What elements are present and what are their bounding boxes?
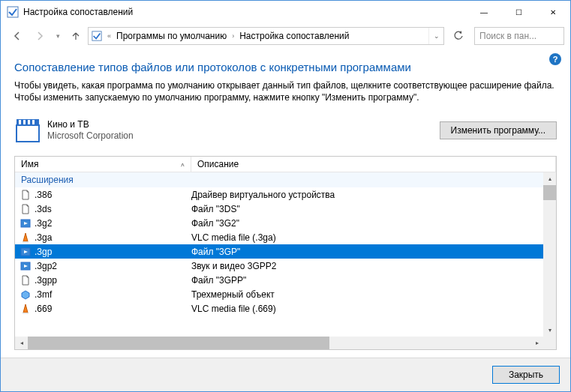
- breadcrumb[interactable]: « Программы по умолчанию › Настройка соп…: [88, 27, 444, 45]
- svg-rect-12: [23, 313, 29, 314]
- table-row[interactable]: .386Драйвер виртуального устройства: [15, 187, 543, 202]
- nav-bar: ▾ « Программы по умолчанию › Настройка с…: [1, 23, 570, 49]
- table-row[interactable]: .3gaVLC media file (.3ga): [15, 230, 543, 244]
- page-description: Чтобы увидеть, какая программа по умолча…: [14, 79, 557, 103]
- scroll-up-button[interactable]: ▴: [543, 172, 556, 185]
- chevron-right-icon: «: [105, 32, 113, 40]
- extension-description: Драйвер виртуального устройства: [191, 190, 543, 200]
- help-icon[interactable]: ?: [549, 53, 561, 65]
- breadcrumb-item[interactable]: Программы по умолчанию: [113, 28, 230, 44]
- breadcrumb-item[interactable]: Настройка сопоставлений: [236, 28, 352, 44]
- extension-name: .3gpp: [35, 275, 57, 286]
- default-app-panel: Кино и ТВ Microsoft Corporation Изменить…: [14, 114, 557, 147]
- scroll-right-button[interactable]: ▸: [530, 337, 543, 349]
- extension-name: .3g2: [35, 218, 52, 229]
- recent-dropdown[interactable]: ▾: [52, 26, 64, 46]
- extension-description: VLC media file (.3ga): [191, 232, 543, 243]
- extension-description: Трехмерный объект: [191, 289, 543, 300]
- back-button[interactable]: [7, 26, 28, 46]
- extension-description: Файл "3GPP": [191, 275, 543, 286]
- minimize-button[interactable]: —: [467, 1, 501, 23]
- file-type-icon: [20, 189, 32, 201]
- chevron-right-icon: ›: [230, 32, 236, 40]
- table-row[interactable]: .3gpФайл "3GP": [15, 244, 543, 259]
- file-associations-list: Имяʌ Описание Расширения.386Драйвер вирт…: [14, 156, 557, 350]
- svg-rect-5: [23, 120, 26, 124]
- scroll-thumb[interactable]: [28, 337, 329, 349]
- scroll-thumb[interactable]: [543, 185, 556, 200]
- title-bar: Настройка сопоставлений — ☐ ✕: [1, 1, 570, 23]
- extension-description: Звук и видео 3GPP2: [191, 261, 543, 271]
- column-header-name[interactable]: Имяʌ: [15, 157, 191, 172]
- file-type-icon: [20, 217, 32, 229]
- extension-description: VLC media file (.669): [191, 304, 543, 314]
- svg-rect-2: [17, 125, 39, 142]
- extension-name: .3gp2: [35, 261, 57, 271]
- sort-asc-icon: ʌ: [181, 161, 185, 168]
- up-button[interactable]: [65, 26, 86, 46]
- breadcrumb-icon: [89, 31, 105, 41]
- maximize-button[interactable]: ☐: [501, 1, 536, 23]
- table-row[interactable]: .3mfТрехмерный объект: [15, 287, 543, 301]
- svg-rect-9: [23, 241, 29, 243]
- list-header: Имяʌ Описание: [15, 157, 556, 172]
- extension-name: .3ga: [35, 232, 52, 243]
- refresh-button[interactable]: [449, 27, 468, 45]
- table-row[interactable]: .3gp2Звук и видео 3GPP2: [15, 259, 543, 273]
- close-dialog-button[interactable]: Закрыть: [492, 366, 560, 384]
- app-name: Кино и ТВ: [47, 119, 434, 131]
- column-header-description[interactable]: Описание: [191, 157, 556, 172]
- file-type-icon: [20, 274, 32, 286]
- svg-rect-7: [32, 120, 35, 124]
- app-icon: [7, 6, 19, 18]
- change-program-button[interactable]: Изменить программу...: [440, 121, 557, 139]
- close-button[interactable]: ✕: [536, 1, 570, 23]
- file-type-icon: [20, 203, 32, 215]
- extension-description: Файл "3G2": [191, 218, 543, 229]
- file-type-icon: [20, 303, 32, 315]
- file-type-icon: [20, 260, 32, 272]
- breadcrumb-dropdown[interactable]: ⌄: [428, 28, 443, 44]
- vertical-scrollbar[interactable]: ▴ ▾: [543, 172, 556, 337]
- extension-description: Файл "3DS": [191, 204, 543, 214]
- extension-name: .669: [35, 304, 52, 314]
- table-row[interactable]: .3dsФайл "3DS": [15, 202, 543, 216]
- file-type-icon: [20, 289, 32, 301]
- scroll-down-button[interactable]: ▾: [543, 324, 556, 337]
- horizontal-scrollbar[interactable]: ◂ ▸: [15, 337, 556, 349]
- table-row[interactable]: .3gppФайл "3GPP": [15, 273, 543, 287]
- forward-button[interactable]: [29, 26, 50, 46]
- scroll-left-button[interactable]: ◂: [15, 337, 28, 349]
- file-type-icon: [20, 232, 32, 244]
- movies-tv-icon: [14, 117, 41, 144]
- app-publisher: Microsoft Corporation: [47, 130, 434, 142]
- dialog-footer: Закрыть: [1, 358, 570, 391]
- table-row[interactable]: .3g2Файл "3G2": [15, 216, 543, 230]
- svg-rect-6: [28, 120, 30, 124]
- svg-rect-4: [19, 120, 21, 124]
- extension-name: .386: [35, 190, 52, 200]
- window-title: Настройка сопоставлений: [23, 7, 467, 17]
- page-heading: Сопоставление типов файлов или протоколо…: [14, 61, 557, 73]
- group-header: Расширения: [15, 172, 543, 187]
- search-input[interactable]: [479, 31, 559, 41]
- extension-description: Файл "3GP": [191, 247, 543, 257]
- extension-name: .3mf: [35, 289, 52, 300]
- table-row[interactable]: .669VLC media file (.669): [15, 301, 543, 316]
- extension-name: .3ds: [35, 204, 52, 214]
- file-type-icon: [20, 246, 32, 258]
- extension-name: .3gp: [35, 247, 52, 257]
- search-box[interactable]: [474, 27, 564, 45]
